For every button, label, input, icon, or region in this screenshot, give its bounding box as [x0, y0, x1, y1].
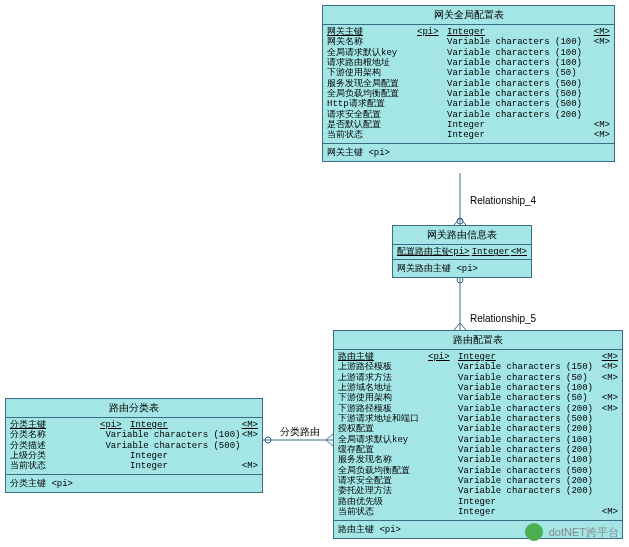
attribute-row: 路由优先级Integer — [338, 497, 618, 507]
attribute-row: 请求安全配置Variable characters (200) — [338, 476, 618, 486]
attribute-row: 缓存配置Variable characters (200) — [338, 445, 618, 455]
attribute-row: 网关主键<pi>Integer<M> — [327, 27, 610, 37]
attribute-row: 授权配置Variable characters (200) — [338, 424, 618, 434]
attribute-row: 当前状态Integer<M> — [338, 507, 618, 517]
entity-route-category: 路由分类表 分类主键<pi>Integer<M>分类名称Variable cha… — [5, 398, 263, 493]
watermark: dotNET跨平台 — [525, 523, 619, 541]
svg-line-10 — [326, 434, 333, 440]
entity-route-config: 路由配置表 路由主键<pi>Integer<M>上游路径模板Variable c… — [333, 330, 623, 539]
entity-body: 网关主键<pi>Integer<M>网关名称Variable character… — [323, 25, 614, 144]
attribute-row: 是否默认配置Integer<M> — [327, 120, 610, 130]
attribute-row: 下游请求地址和端口Variable characters (500) — [338, 414, 618, 424]
entity-gateway-route-info: 网关路由信息表 配置路由主键<pi>Integer<M> 网关路由主键 <pi> — [392, 225, 532, 278]
entity-title: 路由配置表 — [334, 331, 622, 350]
attribute-row: 当前状态Integer<M> — [10, 461, 258, 471]
attribute-row: 路由主键<pi>Integer<M> — [338, 352, 618, 362]
entity-title: 网关路由信息表 — [393, 226, 531, 245]
attribute-row: 分类描述Variable characters (500) — [10, 441, 258, 451]
entity-title: 路由分类表 — [6, 399, 262, 418]
attribute-row: 委托处理方法Variable characters (200) — [338, 486, 618, 496]
entity-title: 网关全局配置表 — [323, 6, 614, 25]
svg-point-9 — [265, 437, 271, 443]
attribute-row: 下游使用架构Variable characters (50)<M> — [338, 393, 618, 403]
attribute-row: 上游域名地址Variable characters (100) — [338, 383, 618, 393]
attribute-row: 下游使用架构Variable characters (50) — [327, 68, 610, 78]
attribute-row: 全局负载均衡配置Variable characters (500) — [338, 466, 618, 476]
entity-gateway-global: 网关全局配置表 网关主键<pi>Integer<M>网关名称Variable c… — [322, 5, 615, 162]
attribute-row: 服务发现全局配置Variable characters (500) — [327, 79, 610, 89]
attribute-row: 分类名称Variable characters (100)<M> — [10, 430, 258, 440]
entity-footer: 分类主键 <pi> — [6, 475, 262, 492]
entity-body: 分类主键<pi>Integer<M>分类名称Variable character… — [6, 418, 262, 475]
entity-body: 路由主键<pi>Integer<M>上游路径模板Variable charact… — [334, 350, 622, 521]
attribute-row: 上游路径模板Variable characters (150)<M> — [338, 362, 618, 372]
attribute-row: 上级分类Integer — [10, 451, 258, 461]
attribute-row: 全局请求默认keyVariable characters (100) — [338, 435, 618, 445]
entity-footer: 网关路由主键 <pi> — [393, 260, 531, 277]
wechat-logo-icon — [525, 523, 543, 541]
svg-line-11 — [326, 440, 333, 446]
attribute-row: 下游路径模板Variable characters (200)<M> — [338, 404, 618, 414]
attribute-row: 分类主键<pi>Integer<M> — [10, 420, 258, 430]
svg-line-7 — [460, 323, 466, 330]
entity-body: 配置路由主键<pi>Integer<M> — [393, 245, 531, 260]
attribute-row: 上游请求方法Variable characters (50)<M> — [338, 373, 618, 383]
svg-line-6 — [454, 323, 460, 330]
attribute-row: 当前状态Integer<M> — [327, 130, 610, 140]
attribute-row: 服务发现名称Variable characters (100) — [338, 455, 618, 465]
attribute-row: 网关名称Variable characters (100)<M> — [327, 37, 610, 47]
attribute-row: Http请求配置Variable characters (500) — [327, 99, 610, 109]
attribute-row: 全局请求默认keyVariable characters (100) — [327, 48, 610, 58]
svg-point-1 — [457, 218, 463, 224]
watermark-text: dotNET跨平台 — [549, 525, 619, 540]
relationship-class-label: 分类路由 — [280, 425, 320, 439]
relationship-4-label: Relationship_4 — [470, 195, 536, 206]
attribute-row: 请求路由根地址Variable characters (100) — [327, 58, 610, 68]
svg-line-3 — [460, 218, 466, 225]
attribute-row: 全局负载均衡配置Variable characters (500) — [327, 89, 610, 99]
entity-footer: 网关主键 <pi> — [323, 144, 614, 161]
relationship-5-label: Relationship_5 — [470, 313, 536, 324]
attribute-row: 配置路由主键<pi>Integer<M> — [397, 247, 527, 257]
attribute-row: 请求安全配置Variable characters (200) — [327, 110, 610, 120]
svg-line-2 — [454, 218, 460, 225]
